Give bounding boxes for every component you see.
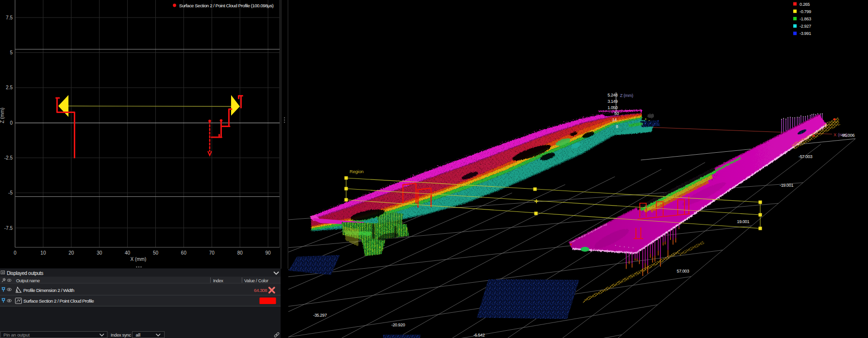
- svg-text:Z (mm): Z (mm): [620, 93, 633, 98]
- svg-text:Output name: Output name: [16, 278, 40, 283]
- svg-text:-19.001: -19.001: [780, 183, 793, 188]
- svg-text:5: 5: [10, 50, 13, 55]
- svg-text:Profile Dimension 2 / Width: Profile Dimension 2 / Width: [23, 288, 74, 293]
- svg-text:-3.991: -3.991: [800, 31, 811, 36]
- svg-text:0.265: 0.265: [800, 2, 810, 7]
- svg-text:-20.920: -20.920: [391, 322, 405, 327]
- svg-text:-5: -5: [8, 190, 13, 195]
- svg-text:80: 80: [237, 250, 243, 256]
- svg-text:57.003: 57.003: [677, 269, 689, 274]
- svg-text:14: 14: [612, 117, 617, 122]
- svg-text:X: X: [834, 132, 836, 137]
- svg-text:30: 30: [97, 250, 102, 256]
- svg-text:19.001: 19.001: [737, 219, 750, 224]
- svg-text:40: 40: [125, 250, 131, 256]
- svg-text:0: 0: [14, 250, 17, 256]
- svg-text:5.248: 5.248: [607, 93, 618, 97]
- svg-text:-1.863: -1.863: [800, 16, 811, 21]
- svg-text:50: 50: [614, 111, 619, 116]
- svg-text:-7.5: -7.5: [4, 225, 13, 231]
- svg-text:2.5: 2.5: [6, 85, 13, 90]
- svg-text:-35.297: -35.297: [313, 313, 327, 318]
- svg-text:3.149: 3.149: [607, 99, 618, 104]
- svg-text:10: 10: [40, 250, 46, 256]
- svg-text:-2.5: -2.5: [4, 155, 13, 161]
- svg-text:1.050: 1.050: [607, 105, 618, 110]
- svg-text:Value / Color: Value / Color: [244, 278, 268, 283]
- svg-text:-0.799: -0.799: [800, 9, 811, 14]
- svg-text:60: 60: [181, 250, 187, 256]
- svg-text:-6.542: -6.542: [473, 333, 485, 338]
- svg-text:-2.927: -2.927: [800, 24, 811, 29]
- svg-text:Displayed outputs: Displayed outputs: [7, 271, 43, 276]
- svg-text:70: 70: [209, 250, 215, 256]
- svg-text:-95.006: -95.006: [841, 133, 854, 138]
- svg-text:Surface Section 2 / Point Clou: Surface Section 2 / Point Cloud Profile …: [179, 3, 274, 8]
- svg-text:Index sync: Index sync: [111, 332, 131, 338]
- svg-text:Pin an output: Pin an output: [3, 332, 30, 338]
- svg-text:Z (mm): Z (mm): [0, 108, 5, 123]
- svg-text:7.5: 7.5: [6, 15, 13, 20]
- svg-text:Index: Index: [213, 278, 223, 283]
- svg-text:50: 50: [153, 250, 159, 256]
- svg-text:X (mm): X (mm): [131, 257, 147, 262]
- svg-text:20: 20: [68, 250, 74, 256]
- svg-text:all: all: [136, 332, 141, 338]
- svg-text:Region: Region: [350, 169, 364, 174]
- svg-text:64.308: 64.308: [254, 288, 267, 293]
- svg-text:90: 90: [266, 250, 271, 256]
- svg-text:-57.003: -57.003: [799, 154, 812, 159]
- svg-text:Surface Section 2 / Point Clou: Surface Section 2 / Point Cloud Profile: [23, 298, 94, 304]
- svg-text:8: 8: [616, 124, 618, 129]
- svg-text:0: 0: [10, 120, 13, 126]
